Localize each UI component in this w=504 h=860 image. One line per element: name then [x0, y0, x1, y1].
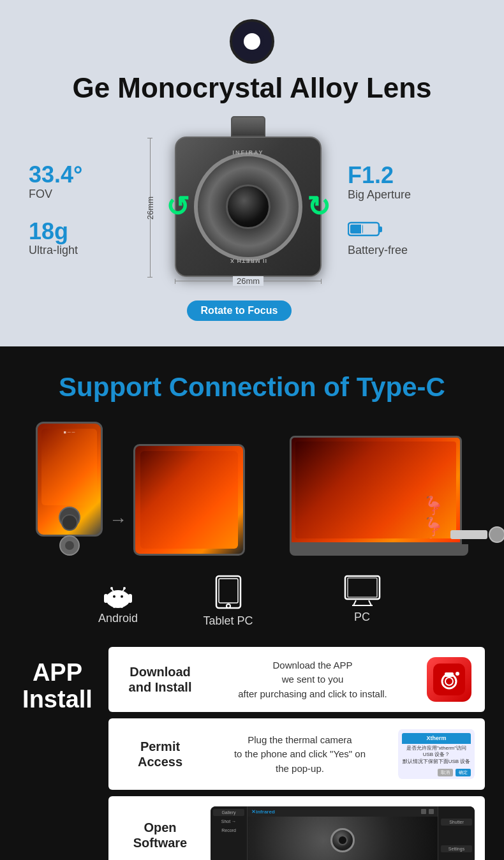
camera-diagram: 26mm ↺ ↻	[131, 116, 348, 321]
rotate-badge: Rotate to Focus	[187, 300, 292, 321]
camera-body-wrap: ↺ ↻ INFIRAY II MRETH X	[175, 116, 322, 277]
dialog-yes-btn[interactable]: 确定	[456, 769, 471, 776]
sw-shutter: Shutter	[441, 819, 472, 826]
device-icon-labels: Android Tablet PC PC	[19, 575, 485, 628]
lens-section: Ge Monocrystal Alloy Lens 33.4° FOV 18g …	[0, 0, 504, 346]
typec-devices-row: ■ ─ ─ →	[19, 422, 485, 556]
lens-center	[226, 184, 271, 229]
dim-h-label: 26mm	[233, 276, 263, 286]
step-open: Open Software Gallery Shot → Record	[108, 796, 485, 860]
tablet-usb	[133, 496, 135, 505]
svg-point-18	[226, 604, 230, 608]
app-install-title: APPInstall	[19, 647, 96, 713]
connector-arrow-1: →	[109, 510, 127, 530]
lens-specs-left: 33.4° FOV 18g Ultra-light	[29, 162, 131, 275]
android-icon-item: Android	[72, 575, 165, 625]
lens-eye-icon	[230, 19, 274, 64]
dim-v-label: 26mm	[145, 196, 155, 219]
typec-title-highlight: Type-C	[357, 372, 445, 402]
svg-point-14	[110, 587, 113, 589]
sw-record: Record	[213, 827, 244, 834]
svg-rect-6	[104, 594, 108, 603]
sw-top-bar: ✕infrared	[248, 806, 438, 817]
android-icon	[103, 575, 133, 608]
svg-rect-24	[433, 664, 465, 695]
step-permit-desc: Plug the thermal camerato the phone and …	[211, 733, 389, 776]
svg-rect-20	[348, 578, 377, 597]
step-download-name: Downloadand Install	[119, 664, 202, 695]
step-open-img: Gallery Shot → Record ✕infrared	[211, 806, 475, 860]
pc-icon	[343, 575, 382, 607]
svg-rect-9	[121, 603, 123, 608]
step-open-name: Open Software	[119, 820, 202, 850]
app-install-layout: APPInstall Downloadand Install Download …	[19, 647, 485, 860]
svg-rect-17	[219, 579, 238, 603]
pc-label: PC	[354, 611, 370, 624]
tablet-icon	[214, 575, 242, 611]
app-icon-image	[427, 657, 471, 702]
typec-title: Support Connection of Type-C	[19, 372, 485, 403]
dialog-body: 是否允许应用"xtherm"访问USB 设备？默认情况下保留下面USB 设备	[402, 745, 471, 765]
sw-sidebar: Gallery Shot → Record	[211, 806, 248, 860]
arrow-right-icon: ↻	[307, 193, 330, 221]
fov-value: 33.4°	[29, 162, 131, 188]
dim-line-horizontal: 26mm	[175, 281, 322, 281]
laptop-usb-cable	[450, 526, 504, 543]
step-download: Downloadand Install Download the APPwe s…	[108, 647, 485, 712]
usb-connector	[231, 116, 265, 137]
lens-specs-right: F1.2 Big Aperture Battery-free	[348, 163, 475, 275]
model-text: II MRETH X	[230, 258, 267, 264]
android-label: Android	[98, 612, 138, 625]
step-permit-name: PermitAccess	[119, 739, 202, 769]
sw-settings: Settings	[441, 845, 472, 852]
dialog-no-btn[interactable]: 取消	[438, 769, 453, 776]
dialog-title: Xtherm	[402, 733, 471, 744]
svg-rect-27	[445, 672, 454, 677]
fov-label: FOV	[29, 188, 131, 201]
tablet-label: Tablet PC	[203, 614, 253, 628]
svg-point-15	[123, 587, 126, 589]
tablet-image	[133, 444, 245, 556]
laptop-screen: 🦩🦩🦩	[290, 436, 462, 544]
lens-main-content: 33.4° FOV 18g Ultra-light 26mm	[26, 116, 478, 321]
lens-title: Ge Monocrystal Alloy Lens	[26, 73, 478, 103]
phone-home-button	[61, 514, 78, 531]
weight-value: 18g	[29, 219, 131, 244]
svg-point-10	[113, 595, 115, 598]
typec-section: Support Connection of Type-C ■ ─ ─ →	[0, 346, 504, 860]
tablet-icon-item: Tablet PC	[165, 575, 292, 628]
battery-icon	[348, 219, 383, 239]
camera-body: ↺ ↻ INFIRAY II MRETH X	[175, 137, 322, 277]
step-download-img	[424, 657, 475, 702]
weight-label: Ultra-light	[29, 244, 131, 257]
svg-rect-8	[113, 603, 115, 608]
typec-title-prefix: Support Connection of	[59, 372, 357, 402]
phone-usb-port	[59, 535, 80, 556]
aperture-value: F1.2	[348, 163, 475, 188]
battery-label: Battery-free	[348, 244, 475, 257]
svg-rect-5	[107, 593, 130, 605]
brand-text: INFIRAY	[232, 149, 263, 156]
app-steps-list: Downloadand Install Download the APPwe s…	[108, 647, 485, 860]
arrow-left-icon: ↺	[166, 193, 189, 221]
svg-rect-19	[345, 576, 380, 599]
sw-gallery: Gallery	[213, 809, 244, 816]
sw-camera-view	[248, 817, 438, 860]
dimension-container: 26mm ↺ ↻	[144, 116, 335, 321]
step-download-desc: Download the APPwe sent to youafter purc…	[211, 658, 415, 702]
phone-device: ■ ─ ─	[36, 422, 103, 556]
svg-line-22	[369, 600, 371, 605]
permit-dialog: Xtherm 是否允许应用"xtherm"访问USB 设备？默认情况下保留下面U…	[398, 729, 475, 779]
aperture-label: Big Aperture	[348, 188, 475, 202]
svg-point-11	[121, 595, 123, 598]
laptop-device: 🦩🦩🦩	[290, 436, 468, 556]
step-permit-img: Xtherm 是否允许应用"xtherm"访问USB 设备？默认情况下保留下面U…	[398, 729, 475, 780]
step-permit: PermitAccess Plug the thermal camerato t…	[108, 718, 485, 790]
sw-right-panel: Shutter Settings	[438, 806, 475, 860]
software-screenshot: Gallery Shot → Record ✕infrared	[211, 806, 475, 860]
svg-rect-7	[128, 594, 132, 603]
sw-shot: Shot →	[213, 818, 244, 825]
svg-point-28	[456, 672, 459, 676]
camera-with-dims: 26mm ↺ ↻	[144, 116, 335, 286]
svg-line-21	[353, 600, 356, 605]
